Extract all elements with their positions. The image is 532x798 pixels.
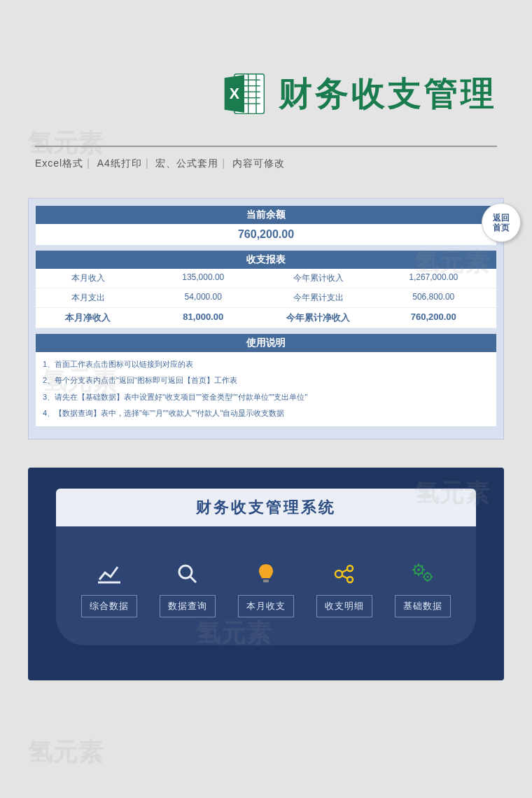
nav-item-detail[interactable]: 收支明细 <box>316 561 372 617</box>
table-cell: 本月收入 <box>36 269 141 288</box>
nav-label: 本月收支 <box>238 595 294 617</box>
nav-item-overview[interactable]: 综合数据 <box>81 561 137 617</box>
report-title: 收支报表 <box>36 251 496 269</box>
nav-label: 综合数据 <box>81 595 137 617</box>
table-cell: 54,000.00 <box>141 288 266 308</box>
nav-item-query[interactable]: 数据查询 <box>160 561 216 617</box>
svg-point-15 <box>347 577 353 582</box>
watermark: 氢元素 <box>28 735 104 769</box>
home-button[interactable]: 返回 首页 <box>482 203 521 242</box>
instruction-item: 4、【数据查询】表中，选择"年""月""收款人""付款人"自动显示收支数据 <box>41 405 491 421</box>
nav-label: 基础数据 <box>395 595 451 617</box>
nav-title: 财务收支管理系统 <box>56 489 476 526</box>
bulb-icon <box>253 561 279 587</box>
gear-icon <box>410 561 435 587</box>
table-cell: 今年累计收入 <box>266 269 371 288</box>
report-card: 返回 首页 当前余额 760,200.00 收支报表 本月收入 135,000.… <box>28 198 504 440</box>
header: X 财务收支管理 <box>0 0 532 139</box>
table-cell: 本月支出 <box>36 288 141 308</box>
table-cell: 81,000.00 <box>141 308 266 328</box>
connect-icon <box>332 561 357 587</box>
svg-point-14 <box>347 566 353 571</box>
svg-point-29 <box>427 575 429 578</box>
svg-line-16 <box>342 570 347 573</box>
svg-line-25 <box>421 573 423 574</box>
svg-point-13 <box>335 570 342 578</box>
svg-line-27 <box>421 565 423 566</box>
balance-title: 当前余额 <box>36 206 496 224</box>
nav-panel: 综合数据 数据查询 本月收支 收支明细 <box>56 526 476 645</box>
table-cell: 135,000.00 <box>141 269 266 288</box>
table-cell: 今年累计支出 <box>266 288 371 308</box>
instructions-title: 使用说明 <box>36 334 496 352</box>
svg-line-11 <box>190 577 196 582</box>
svg-point-19 <box>417 568 420 571</box>
svg-point-10 <box>179 566 192 578</box>
svg-line-26 <box>414 573 416 574</box>
instruction-item: 3、请先在【基础数据】表中设置好"收支项目""资金类型""付款单位""支出单位" <box>41 389 491 405</box>
table-cell: 1,267,000.00 <box>371 269 496 288</box>
nav-item-monthly[interactable]: 本月收支 <box>238 561 294 617</box>
svg-rect-12 <box>263 580 269 582</box>
report-table: 本月收入 135,000.00 今年累计收入 1,267,000.00 本月支出… <box>36 269 496 328</box>
table-cell: 506,800.00 <box>371 288 496 308</box>
instruction-item: 2、每个分支表内点击"返回"图标即可返回【首页】工作表 <box>41 372 491 388</box>
page-title: 财务收支管理 <box>279 71 497 116</box>
instructions-section: 使用说明 1、首面工作表点击图标可以链接到对应的表 2、每个分支表内点击"返回"… <box>36 334 496 426</box>
balance-value: 760,200.00 <box>36 224 496 245</box>
report-section: 收支报表 本月收入 135,000.00 今年累计收入 1,267,000.00… <box>36 251 496 328</box>
svg-text:X: X <box>230 85 239 102</box>
balance-section: 当前余额 760,200.00 <box>36 206 496 245</box>
svg-line-17 <box>342 575 347 578</box>
excel-icon: X <box>220 70 268 118</box>
nav-item-basedata[interactable]: 基础数据 <box>395 561 451 617</box>
nav-label: 数据查询 <box>160 595 216 617</box>
divider <box>35 146 497 147</box>
table-cell: 本月净收入 <box>36 308 141 328</box>
search-icon <box>175 561 200 587</box>
table-cell: 760,200.00 <box>371 308 496 328</box>
instruction-item: 1、首面工作表点击图标可以链接到对应的表 <box>41 356 491 372</box>
svg-line-24 <box>414 565 416 566</box>
feature-list: Excel格式| A4纸打印| 宏、公式套用| 内容可修改 <box>0 158 532 184</box>
chart-icon <box>97 561 122 587</box>
nav-label: 收支明细 <box>316 595 372 617</box>
nav-card: 财务收支管理系统 综合数据 数据查询 本月收支 收支明细 <box>28 468 504 680</box>
table-cell: 今年累计净收入 <box>266 308 371 328</box>
